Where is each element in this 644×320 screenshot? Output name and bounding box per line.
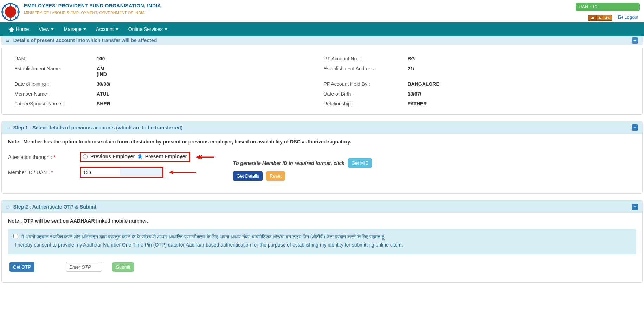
present-employer-radio[interactable]	[138, 154, 142, 159]
pf-label: P.F.Account No. :	[324, 56, 403, 62]
chevron-down-icon	[51, 28, 54, 30]
father-value: SHER	[97, 101, 319, 107]
arrow-annotation-icon	[169, 170, 196, 174]
chevron-down-icon	[83, 28, 86, 30]
main-nav: Home View Manage Account Online Services	[0, 22, 644, 36]
estaddr-label: Establishment Address :	[324, 66, 403, 77]
uan-label: UAN:	[14, 56, 92, 62]
pf-value: BG	[408, 56, 630, 62]
logout-icon	[618, 15, 623, 19]
doj-label: Date of joining :	[14, 81, 92, 87]
estaddr-value: 21/	[408, 66, 630, 77]
attestation-label: Attestation through : *	[8, 154, 76, 160]
font-normal-button[interactable]: A	[596, 15, 603, 21]
dob-value: 18/07/	[408, 91, 630, 97]
member-value: ATUL	[97, 91, 319, 97]
top-banner: EMPLOYEES' PROVIDENT FUND ORGANISATION, …	[0, 0, 644, 22]
nav-online-services[interactable]: Online Services	[123, 22, 172, 36]
consent-english: I hereby consent to provide my Aadhaar N…	[13, 242, 631, 248]
nav-account[interactable]: Account	[91, 22, 123, 36]
consent-hindi[interactable]: मैं अपनी पहचान स्थापित करने और ऑनलाइन दा…	[13, 234, 631, 240]
home-icon	[9, 27, 14, 32]
get-mid-button[interactable]: Get MID	[348, 158, 372, 168]
ministry-subtitle: MINISTRY OF LABOUR & EMPLOYMENT, GOVERNM…	[24, 11, 576, 15]
rel-value: FATHER	[408, 101, 630, 107]
hamburger-icon: ≡	[6, 204, 9, 210]
member-label: Member Name :	[14, 91, 92, 97]
father-label: Father/Spouse Name :	[14, 101, 92, 107]
logout-link[interactable]: Logout	[616, 14, 640, 20]
rel-label: Relationship :	[324, 101, 403, 107]
get-otp-button[interactable]: Get OTP	[9, 262, 34, 272]
chevron-down-icon	[165, 28, 167, 30]
doj-value: 30/08/	[97, 81, 319, 87]
collapse-button[interactable]: −	[632, 37, 638, 44]
reset-button[interactable]: Reset	[266, 171, 285, 181]
step1-panel: ≡ Step 1 : Select details of previous ac…	[1, 121, 643, 194]
details-panel-header-truncated: ≡ Details of present account into which …	[1, 36, 643, 45]
arrow-annotation-icon	[196, 155, 214, 159]
nav-home[interactable]: Home	[4, 22, 34, 36]
consent-checkbox[interactable]	[13, 234, 18, 238]
memberid-label: Member ID / UAN : *	[8, 169, 76, 175]
submit-button[interactable]: Submit	[112, 262, 134, 272]
previous-employer-radio[interactable]	[83, 154, 88, 159]
step1-note: Note : Member has the option to choose c…	[8, 139, 636, 145]
consent-box: मैं अपनी पहचान स्थापित करने और ऑनलाइन दा…	[8, 229, 636, 254]
memberid-input[interactable]	[81, 168, 162, 177]
step2-note: Note : OTP will be sent on AADHAAR linke…	[8, 218, 636, 224]
collapse-button[interactable]: −	[632, 204, 638, 210]
epfo-logo	[1, 3, 20, 21]
collapse-button[interactable]: −	[632, 124, 638, 131]
uan-value: 100	[97, 56, 319, 62]
get-mid-hint: To generate Member ID in required format…	[233, 160, 344, 166]
dob-label: Date of Birth :	[324, 91, 403, 97]
step1-title: Step 1 : Select details of previous acco…	[13, 125, 183, 130]
present-employer-label: Present Employer	[145, 154, 187, 159]
attestation-radio-group: Previous Employer Present Employer	[80, 152, 190, 162]
font-decrease-button[interactable]: -A	[588, 15, 597, 21]
memberid-input-wrap	[80, 167, 163, 178]
estname-label: Establishment Name :	[14, 66, 92, 77]
step2-title: Step 2 : Authenticate OTP & Submit	[13, 204, 96, 210]
otp-input[interactable]	[66, 262, 102, 272]
nav-view[interactable]: View	[34, 22, 59, 36]
org-title: EMPLOYEES' PROVIDENT FUND ORGANISATION, …	[24, 3, 576, 8]
hamburger-icon: ≡	[6, 38, 9, 44]
step2-panel: ≡ Step 2 : Authenticate OTP & Submit − N…	[1, 200, 643, 283]
svg-point-1	[5, 6, 16, 18]
chevron-down-icon	[116, 28, 118, 30]
previous-employer-label: Previous Employer	[90, 154, 135, 159]
nav-manage[interactable]: Manage	[59, 22, 91, 36]
font-increase-button[interactable]: A+	[603, 15, 612, 21]
uan-badge: UAN : 10	[576, 3, 640, 11]
details-panel: UAN: 100 P.F.Account No. : BG Establishm…	[1, 48, 643, 115]
get-details-button[interactable]: Get Details	[233, 171, 263, 181]
held-value: BANGALORE	[408, 81, 630, 87]
hamburger-icon: ≡	[6, 125, 9, 131]
estname-value: AM. (IND	[97, 66, 319, 77]
held-label: PF Account Held By :	[324, 81, 403, 87]
